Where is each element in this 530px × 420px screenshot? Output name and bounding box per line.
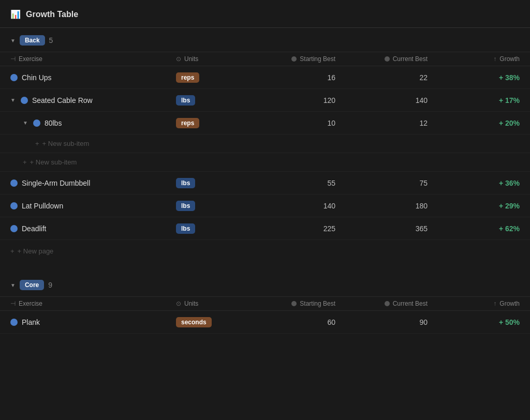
table-row: Single-Arm Dumbbell lbs 55 75 + 36% bbox=[0, 172, 530, 194]
exercise-dot bbox=[10, 225, 18, 232]
dumbbell-icon: ⊣ bbox=[10, 300, 16, 307]
exercise-dot bbox=[10, 202, 18, 209]
starting-dot bbox=[291, 301, 297, 306]
exercise-name: Chin Ups bbox=[22, 73, 52, 82]
back-section: ▼ Back 5 ⊣ Exercise ⊙ Units Starting Bes… bbox=[0, 28, 530, 262]
starting-best-cell: 60 bbox=[243, 318, 335, 326]
core-count: 9 bbox=[48, 281, 52, 289]
table-row: Plank seconds 60 90 + 50% bbox=[0, 311, 530, 334]
core-section: ▼ Core 9 ⊣ Exercise ⊙ Units Starting Bes… bbox=[0, 273, 530, 334]
row-chevron[interactable]: ▼ bbox=[10, 97, 16, 103]
plus-icon: + bbox=[10, 247, 14, 255]
starting-best-col-header: Starting Best bbox=[243, 55, 335, 63]
exercise-name: 80lbs bbox=[45, 119, 62, 127]
back-chevron[interactable]: ▼ bbox=[10, 38, 16, 43]
unit-cell: lbs bbox=[176, 201, 243, 211]
current-best-cell: 90 bbox=[335, 318, 428, 326]
dumbbell-icon: ⊣ bbox=[10, 55, 16, 63]
exercise-cell: Plank bbox=[10, 318, 176, 326]
starting-best-cell: 225 bbox=[243, 224, 335, 233]
unit-badge: lbs bbox=[176, 201, 195, 211]
section-spacer bbox=[0, 262, 530, 273]
exercise-cell: Lat Pulldown bbox=[10, 202, 176, 210]
unit-cell: lbs bbox=[176, 223, 243, 234]
starting-best-col-header: Starting Best bbox=[243, 300, 335, 307]
exercise-col-header: ⊣ Exercise bbox=[10, 300, 176, 307]
exercise-dot bbox=[10, 179, 18, 187]
plus-icon: + bbox=[23, 158, 27, 166]
units-col-header: ⊙ Units bbox=[176, 300, 243, 307]
row-chevron[interactable]: ▼ bbox=[23, 120, 28, 126]
table-row: Lat Pulldown lbs 140 180 + 29% bbox=[0, 194, 530, 217]
starting-best-cell: 10 bbox=[243, 119, 335, 127]
starting-best-cell: 140 bbox=[243, 202, 335, 210]
clock-icon: ⊙ bbox=[176, 55, 181, 63]
unit-cell: reps bbox=[176, 118, 243, 128]
page-title: Growth Table bbox=[26, 10, 78, 19]
growth-cell: + 62% bbox=[428, 224, 520, 233]
unit-badge: lbs bbox=[176, 178, 195, 188]
exercise-dot bbox=[10, 319, 18, 326]
unit-badge: seconds bbox=[176, 317, 212, 327]
exercise-name: Deadlift bbox=[22, 224, 46, 233]
growth-col-header: ↑ Growth bbox=[428, 55, 520, 63]
back-table-header: ⊣ Exercise ⊙ Units Starting Best Current… bbox=[0, 52, 530, 66]
exercise-name: Single-Arm Dumbbell bbox=[22, 179, 90, 187]
back-section-header: ▼ Back 5 bbox=[0, 28, 530, 52]
exercise-dot bbox=[21, 97, 28, 104]
current-best-cell: 180 bbox=[335, 202, 428, 210]
exercise-cell: Single-Arm Dumbbell bbox=[10, 179, 176, 187]
core-table-header: ⊣ Exercise ⊙ Units Starting Best Current… bbox=[0, 296, 530, 311]
starting-best-cell: 55 bbox=[243, 179, 335, 187]
back-count: 5 bbox=[49, 36, 53, 44]
unit-badge: lbs bbox=[176, 95, 195, 106]
growth-cell: + 29% bbox=[428, 202, 520, 210]
back-badge: Back bbox=[20, 35, 45, 46]
core-chevron[interactable]: ▼ bbox=[10, 282, 16, 288]
table-row: ▼ 80lbs reps 10 12 + 20% bbox=[0, 112, 530, 134]
table-row: Deadlift lbs 225 365 + 62% bbox=[0, 217, 530, 240]
exercise-name: Seated Cable Row bbox=[32, 96, 93, 104]
units-col-header: ⊙ Units bbox=[176, 55, 243, 63]
unit-badge: reps bbox=[176, 72, 199, 83]
current-dot bbox=[385, 56, 390, 62]
growth-col-header: ↑ Growth bbox=[428, 300, 520, 307]
unit-badge: lbs bbox=[176, 223, 195, 234]
arrow-up-icon: ↑ bbox=[493, 55, 496, 63]
current-best-cell: 365 bbox=[335, 224, 428, 233]
exercise-col-header: ⊣ Exercise bbox=[10, 55, 176, 63]
unit-cell: reps bbox=[176, 72, 243, 83]
unit-cell: lbs bbox=[176, 178, 243, 188]
current-dot bbox=[385, 301, 390, 306]
starting-best-cell: 16 bbox=[243, 73, 335, 82]
starting-best-cell: 120 bbox=[243, 96, 335, 104]
growth-cell: + 20% bbox=[428, 119, 520, 127]
exercise-cell: Deadlift bbox=[10, 224, 176, 233]
table-row: ▼ Seated Cable Row lbs 120 140 + 17% bbox=[0, 89, 530, 112]
current-best-col-header: Current Best bbox=[335, 55, 428, 63]
exercise-cell: ▼ Seated Cable Row bbox=[10, 96, 176, 104]
page-header: 📊 Growth Table bbox=[0, 0, 530, 28]
clock-icon: ⊙ bbox=[176, 300, 181, 307]
arrow-up-icon: ↑ bbox=[493, 300, 496, 307]
table-row: Chin Ups reps 16 22 + 38% bbox=[0, 66, 530, 89]
exercise-dot bbox=[33, 119, 40, 127]
growth-cell: + 36% bbox=[428, 179, 520, 187]
unit-cell: seconds bbox=[176, 317, 243, 327]
new-sub-item-button[interactable]: + + New sub-item bbox=[0, 134, 530, 153]
current-best-cell: 22 bbox=[335, 73, 428, 82]
growth-cell: + 38% bbox=[428, 73, 520, 82]
chart-icon: 📊 bbox=[10, 9, 21, 19]
new-page-button[interactable]: + + New page bbox=[0, 240, 530, 262]
core-section-header: ▼ Core 9 bbox=[0, 273, 530, 296]
unit-cell: lbs bbox=[176, 95, 243, 106]
core-badge: Core bbox=[20, 280, 44, 290]
unit-badge: reps bbox=[176, 118, 199, 128]
exercise-name: Lat Pulldown bbox=[22, 202, 63, 210]
plus-icon: + bbox=[35, 140, 39, 147]
current-best-cell: 75 bbox=[335, 179, 428, 187]
growth-cell: + 50% bbox=[428, 318, 520, 326]
exercise-cell: ▼ 80lbs bbox=[10, 119, 176, 127]
new-sub-item-button[interactable]: + + New sub-item bbox=[0, 153, 530, 172]
current-best-col-header: Current Best bbox=[335, 300, 428, 307]
